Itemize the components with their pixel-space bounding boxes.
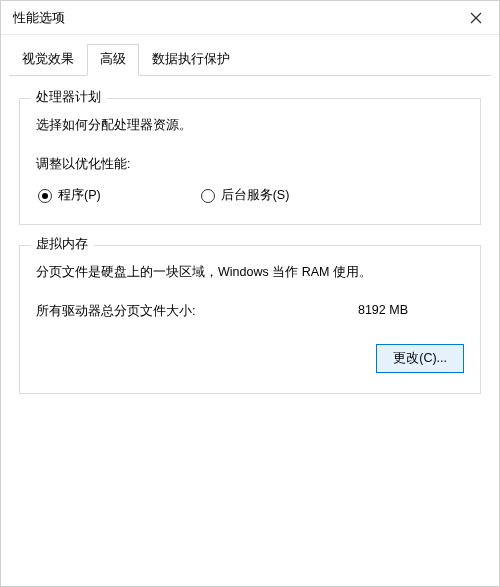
processor-group-title: 处理器计划: [30, 89, 107, 106]
radio-background-services[interactable]: 后台服务(S): [201, 187, 290, 204]
change-button[interactable]: 更改(C)...: [376, 344, 464, 373]
tab-dep[interactable]: 数据执行保护: [139, 44, 243, 76]
tab-content: 处理器计划 选择如何分配处理器资源。 调整以优化性能: 程序(P) 后台服务(S…: [1, 76, 499, 426]
radio-row: 程序(P) 后台服务(S): [38, 187, 464, 204]
tab-advanced[interactable]: 高级: [87, 44, 139, 76]
title-bar: 性能选项: [1, 1, 499, 35]
vm-button-row: 更改(C)...: [36, 344, 464, 373]
tab-visual-effects[interactable]: 视觉效果: [9, 44, 87, 76]
processor-description: 选择如何分配处理器资源。: [36, 117, 464, 134]
radio-background-label: 后台服务(S): [221, 187, 290, 204]
vm-group-title: 虚拟内存: [30, 236, 94, 253]
vm-description: 分页文件是硬盘上的一块区域，Windows 当作 RAM 使用。: [36, 264, 464, 281]
close-button[interactable]: [453, 1, 499, 34]
vm-total-row: 所有驱动器总分页文件大小: 8192 MB: [36, 303, 464, 320]
vm-total-label: 所有驱动器总分页文件大小:: [36, 303, 195, 320]
virtual-memory-group: 虚拟内存 分页文件是硬盘上的一块区域，Windows 当作 RAM 使用。 所有…: [19, 245, 481, 394]
vm-total-value: 8192 MB: [358, 303, 408, 320]
adjust-label: 调整以优化性能:: [36, 156, 464, 173]
radio-selected-dot-icon: [42, 193, 48, 199]
radio-button-icon: [201, 189, 215, 203]
processor-scheduling-group: 处理器计划 选择如何分配处理器资源。 调整以优化性能: 程序(P) 后台服务(S…: [19, 98, 481, 225]
tab-strip: 视觉效果 高级 数据执行保护: [9, 43, 491, 76]
window-title: 性能选项: [13, 9, 65, 27]
close-icon: [470, 12, 482, 24]
radio-button-icon: [38, 189, 52, 203]
radio-programs[interactable]: 程序(P): [38, 187, 101, 204]
radio-programs-label: 程序(P): [58, 187, 101, 204]
